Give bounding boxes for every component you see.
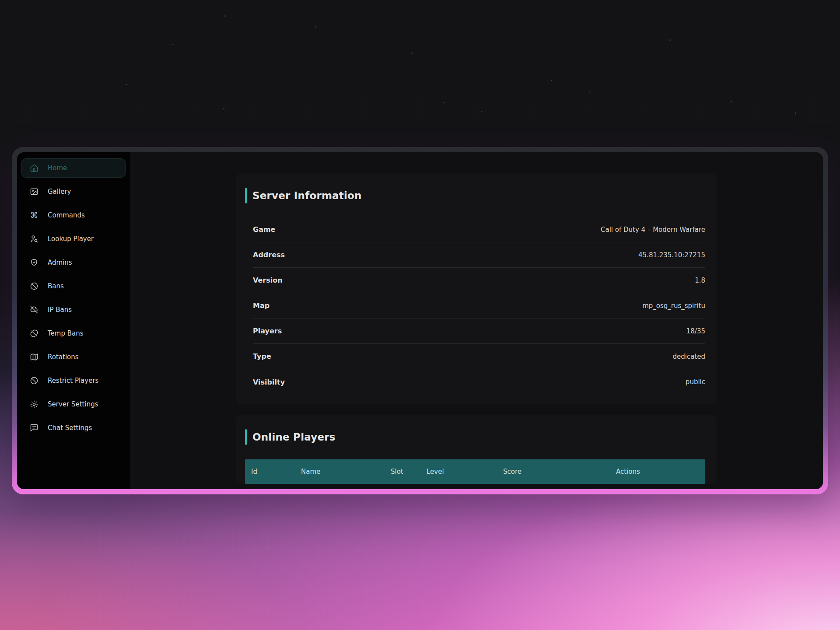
info-value: dedicated [672, 353, 705, 360]
info-value: 1.8 [695, 276, 705, 284]
info-value: Call of Duty 4 – Modern Warfare [601, 226, 705, 234]
sidebar-item-label: Home [48, 164, 67, 172]
lookup-player-icon [30, 234, 38, 243]
sidebar-item-label: Server Settings [48, 400, 98, 408]
online-players-header: Online Players [245, 429, 705, 445]
info-label: Type [253, 352, 271, 360]
accent-bar [245, 188, 247, 203]
players-table-header: IdNameSlotLevelScoreActions [245, 459, 705, 484]
info-label: Game [253, 225, 275, 234]
sidebar-item-label: Admins [48, 259, 72, 266]
chat-icon [30, 424, 38, 432]
timer-off-icon [30, 329, 38, 338]
sidebar-item-label: Restrict Players [48, 377, 98, 385]
star-decoration [731, 101, 732, 102]
info-value: 18/35 [686, 327, 705, 335]
sidebar-item-bans[interactable]: Bans [21, 276, 126, 296]
sidebar-item-label: Gallery [48, 188, 71, 196]
star-decoration [126, 84, 127, 85]
star-decoration [481, 111, 482, 112]
sidebar-item-home[interactable]: Home [21, 158, 126, 178]
info-row-visibilty: Visibiltypublic [253, 369, 705, 395]
star-decoration [224, 15, 226, 17]
info-value: 45.81.235.10:27215 [638, 251, 705, 259]
info-row-address: Address45.81.235.10:27215 [253, 242, 705, 268]
info-value: mp_osg_rus_spiritu [642, 302, 705, 310]
sidebar-item-label: Temp Bans [48, 329, 84, 337]
sidebar-item-server-settings[interactable]: Server Settings [21, 395, 126, 414]
sidebar-item-label: Commands [48, 211, 85, 219]
ban-icon [30, 282, 38, 290]
app-window: HomeGallery⌘CommandsLookup PlayerAdminsB… [12, 147, 828, 494]
column-header-score: Score [503, 468, 616, 476]
sidebar-item-admins[interactable]: Admins [21, 253, 126, 272]
sidebar-item-temp-bans[interactable]: Temp Bans [21, 324, 126, 343]
server-information-header: Server Information [245, 187, 705, 204]
gallery-icon [30, 187, 38, 196]
column-header-slot: Slot [391, 468, 427, 476]
info-row-version: Version1.8 [253, 268, 705, 293]
map-icon [30, 353, 38, 361]
star-decoration [411, 52, 413, 54]
star-decoration [669, 39, 671, 41]
info-row-players: Players18/35 [253, 318, 705, 344]
window-inner: HomeGallery⌘CommandsLookup PlayerAdminsB… [17, 152, 823, 489]
info-label: Version [253, 276, 283, 284]
info-label: Visibilty [253, 378, 285, 386]
cloud-off-icon [30, 305, 38, 314]
star-decoration [551, 80, 552, 81]
main-content: Server Information GameCall of Duty 4 – … [130, 152, 823, 489]
home-icon [30, 164, 38, 172]
server-information-card: Server Information GameCall of Duty 4 – … [236, 173, 717, 404]
sidebar-item-label: Chat Settings [48, 424, 92, 432]
server-info-rows: GameCall of Duty 4 – Modern WarfareAddre… [253, 217, 705, 395]
sidebar-item-label: Lookup Player [48, 235, 94, 243]
info-label: Players [253, 327, 282, 335]
star-decoration [589, 92, 590, 93]
star-decoration [795, 112, 796, 114]
online-players-title: Online Players [252, 431, 336, 443]
sidebar-item-restrict-players[interactable]: Restrict Players [21, 371, 126, 390]
star-decoration [172, 44, 173, 45]
column-header-id: Id [251, 468, 301, 476]
commands-icon: ⌘ [30, 211, 38, 220]
star-decoration [444, 102, 445, 103]
sidebar-item-label: Bans [48, 282, 64, 290]
sidebar-item-label: Rotations [48, 353, 79, 361]
info-value: public [686, 378, 705, 386]
sidebar-item-lookup-player[interactable]: Lookup Player [21, 229, 126, 248]
sidebar-item-rotations[interactable]: Rotations [21, 347, 126, 367]
sidebar-item-ip-bans[interactable]: IP Bans [21, 300, 126, 319]
shield-check-icon [30, 258, 38, 267]
gear-icon [30, 400, 38, 409]
online-players-card: Online Players IdNameSlotLevelScoreActio… [236, 415, 717, 484]
restrict-ban-icon [30, 376, 38, 385]
info-row-map: Mapmp_osg_rus_spiritu [253, 293, 705, 318]
info-row-game: GameCall of Duty 4 – Modern Warfare [253, 217, 705, 242]
column-header-level: Level [427, 468, 503, 476]
info-label: Address [253, 251, 285, 259]
star-decoration [315, 26, 316, 28]
star-decoration [223, 108, 224, 109]
column-header-actions: Actions [616, 468, 705, 476]
sidebar-item-gallery[interactable]: Gallery [21, 182, 126, 201]
sidebar-item-chat-settings[interactable]: Chat Settings [21, 418, 126, 438]
server-information-title: Server Information [252, 190, 362, 201]
sidebar-item-label: IP Bans [48, 306, 72, 314]
info-row-type: Typededicated [253, 344, 705, 369]
accent-bar [245, 429, 247, 445]
column-header-name: Name [301, 468, 391, 476]
sidebar: HomeGallery⌘CommandsLookup PlayerAdminsB… [17, 152, 130, 489]
sidebar-item-commands[interactable]: ⌘Commands [21, 206, 126, 225]
info-label: Map [253, 301, 270, 310]
